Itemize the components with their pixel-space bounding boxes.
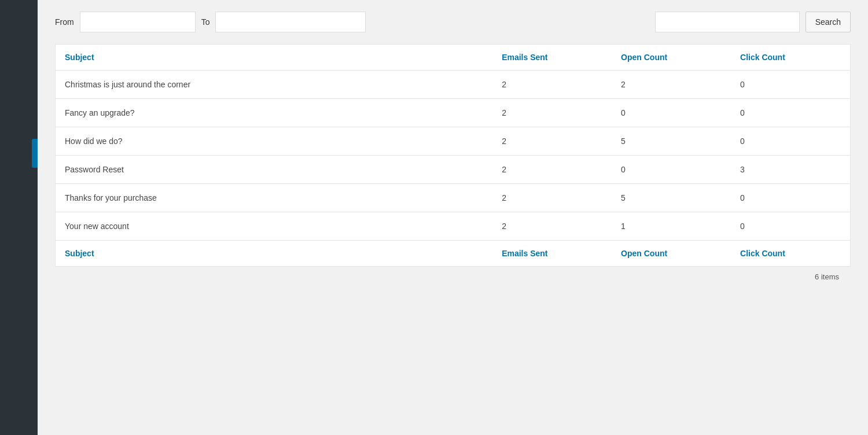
sidebar-tab[interactable]: [32, 139, 38, 168]
header-open-count: Open Count: [612, 45, 731, 71]
email-stats-table-container: Subject Emails Sent Open Count Click Cou…: [55, 44, 851, 267]
email-stats-table: Subject Emails Sent Open Count Click Cou…: [56, 45, 850, 266]
table-footer-row: Subject Emails Sent Open Count Click Cou…: [56, 241, 850, 267]
footer-open-count: Open Count: [612, 241, 731, 267]
search-input[interactable]: [655, 12, 800, 32]
cell-emails-sent: 2: [492, 99, 612, 127]
table-row: Thanks for your purchase250: [56, 184, 850, 212]
table-row: How did we do?250: [56, 127, 850, 156]
header-click-count: Click Count: [731, 45, 850, 71]
cell-emails-sent: 2: [492, 156, 612, 184]
header-subject: Subject: [56, 45, 492, 71]
cell-open-count: 1: [612, 212, 731, 241]
to-label: To: [201, 17, 210, 27]
from-input[interactable]: [80, 12, 196, 32]
cell-click-count: 0: [731, 127, 850, 156]
cell-subject: Your new account: [56, 212, 492, 241]
cell-emails-sent: 2: [492, 127, 612, 156]
cell-subject: Password Reset: [56, 156, 492, 184]
cell-subject: Fancy an upgrade?: [56, 99, 492, 127]
search-button[interactable]: Search: [806, 12, 851, 32]
cell-open-count: 2: [612, 71, 731, 99]
table-row: Password Reset203: [56, 156, 850, 184]
from-label: From: [55, 17, 74, 27]
table-row: Fancy an upgrade?200: [56, 99, 850, 127]
cell-click-count: 3: [731, 156, 850, 184]
cell-open-count: 5: [612, 184, 731, 212]
cell-click-count: 0: [731, 99, 850, 127]
cell-emails-sent: 2: [492, 212, 612, 241]
footer-click-count: Click Count: [731, 241, 850, 267]
table-body: Christmas is just around the corner220Fa…: [56, 71, 850, 241]
cell-subject: Christmas is just around the corner: [56, 71, 492, 99]
cell-subject: Thanks for your purchase: [56, 184, 492, 212]
items-count: 6 items: [55, 267, 851, 287]
to-input[interactable]: [215, 12, 366, 32]
cell-open-count: 0: [612, 99, 731, 127]
cell-emails-sent: 2: [492, 184, 612, 212]
cell-open-count: 5: [612, 127, 731, 156]
header-emails-sent: Emails Sent: [492, 45, 612, 71]
footer-subject: Subject: [56, 241, 492, 267]
cell-subject: How did we do?: [56, 127, 492, 156]
cell-click-count: 0: [731, 71, 850, 99]
main-content: From To Search Subject Emails Sent Open …: [38, 0, 868, 435]
cell-click-count: 0: [731, 184, 850, 212]
table-row: Your new account210: [56, 212, 850, 241]
filter-bar: From To Search: [55, 12, 851, 32]
table-header-row: Subject Emails Sent Open Count Click Cou…: [56, 45, 850, 71]
footer-emails-sent: Emails Sent: [492, 241, 612, 267]
cell-click-count: 0: [731, 212, 850, 241]
table-row: Christmas is just around the corner220: [56, 71, 850, 99]
cell-emails-sent: 2: [492, 71, 612, 99]
sidebar: [0, 0, 38, 435]
cell-open-count: 0: [612, 156, 731, 184]
